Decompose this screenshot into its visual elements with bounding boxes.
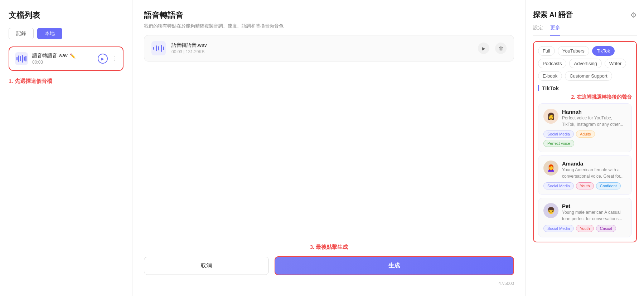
tag-social-media-pet: Social Media: [543, 225, 574, 232]
bottom-actions: 取消 生成: [144, 256, 514, 275]
audio-card[interactable]: 語音轉語音.wav ✏️ 00:03 ▶ ⋮: [9, 46, 124, 71]
audio-duration: 00:03: [32, 60, 93, 65]
voice-info-pet: Pet Young male american A casual tone pe…: [562, 203, 626, 222]
voice-card-top-amanda: 👩‍🦰 Amanda Young American female with a …: [543, 161, 626, 179]
audio-file-meta: 00:03 | 131.29KB: [171, 49, 472, 54]
audio-file-name: 語音轉語音.wav: [171, 42, 472, 49]
avatar-hannah: 👩: [543, 109, 558, 124]
filter-full[interactable]: Full: [538, 46, 555, 56]
audio-wave-icon: [15, 52, 28, 65]
voice-name-pet: Pet: [562, 203, 626, 209]
generate-button[interactable]: 生成: [275, 256, 514, 275]
voice-tags-hannah: Social Media Adults Perfect voice: [543, 130, 626, 147]
file-play-button[interactable]: ▶: [478, 43, 489, 54]
more-button[interactable]: ⋮: [111, 55, 117, 62]
tag-adults-hannah: Adults: [576, 130, 595, 138]
right-panel-title: 探索 AI 語音: [533, 10, 573, 20]
filter-customer[interactable]: Customer Support: [565, 71, 612, 81]
right-panel: 探索 AI 語音 ⚙ 設定 更多 Full YouTubers TikTok P…: [526, 0, 644, 296]
avatar-pet: 👦: [543, 203, 558, 218]
filter-youtubers[interactable]: YouTubers: [558, 46, 589, 56]
tag-confident-amanda: Confident: [596, 182, 621, 189]
step3-hint: 3. 最後點擊生成: [144, 244, 514, 251]
middle-panel: 語音轉語音 我們的獨有特點在於能夠精確複製音調、速度、語調和替換音頻音色 語音轉…: [132, 0, 526, 296]
tag-social-media-amanda: Social Media: [543, 182, 574, 189]
voice-card-hannah[interactable]: 👩 Hannah Perfect voice for YouTube, TikT…: [538, 103, 632, 152]
filter-group: Full YouTubers TikTok Podcasts Advertisi…: [533, 41, 637, 242]
voice-card-top-hannah: 👩 Hannah Perfect voice for YouTube, TikT…: [543, 109, 626, 128]
voice-tags-amanda: Social Media Youth Confident: [543, 182, 626, 189]
cancel-button[interactable]: 取消: [144, 257, 269, 275]
voice-desc-amanda: Young American female with a conversatio…: [562, 167, 626, 179]
tab-settings[interactable]: 設定: [533, 25, 543, 33]
audio-info: 語音轉語音.wav ✏️ 00:03: [32, 53, 93, 65]
voice-name-amanda: Amanda: [562, 161, 626, 167]
audio-file-row: 語音轉語音.wav 00:03 | 131.29KB ▶ 🗑: [144, 35, 514, 61]
audio-file-info: 語音轉語音.wav 00:03 | 131.29KB: [171, 42, 472, 54]
left-tab-group: 記錄 本地: [9, 28, 124, 39]
tag-casual-pet: Casual: [596, 225, 616, 232]
left-panel: 文檔列表 記錄 本地 語音轉語音.wav ✏️ 00:03 ▶ ⋮: [0, 0, 132, 296]
audio-file-icon: [151, 41, 166, 55]
voice-info-hannah: Hannah Perfect voice for YouTube, TikTok…: [562, 109, 626, 128]
voice-desc-pet: Young male american A casual tone perfec…: [562, 209, 626, 222]
step2-hint: 2. 在這裡挑選轉換後的聲音: [538, 94, 632, 100]
filter-podcasts[interactable]: Podcasts: [538, 59, 566, 68]
step1-hint: 1. 先選擇這個音檔: [9, 78, 124, 85]
file-wave-bars: [153, 45, 165, 52]
play-button[interactable]: ▶: [98, 54, 108, 64]
middle-title: 語音轉語音: [144, 10, 514, 21]
char-count: 47/5000: [144, 281, 514, 286]
left-panel-title: 文檔列表: [9, 10, 124, 21]
tag-social-media-hannah: Social Media: [543, 130, 574, 138]
filter-ebook[interactable]: E-book: [538, 71, 562, 81]
avatar-amanda: 👩‍🦰: [543, 161, 558, 176]
filter-writer[interactable]: Writer: [605, 59, 626, 68]
tab-more[interactable]: 更多: [550, 25, 560, 36]
filter-tiktok[interactable]: TikTok: [592, 46, 615, 56]
file-actions: ▶ 🗑: [478, 43, 507, 54]
right-tabs: 設定 更多: [533, 25, 637, 36]
audio-controls: ▶ ⋮: [98, 54, 117, 64]
wave-bars: [16, 55, 26, 63]
tag-perfect-hannah: Perfect voice: [543, 140, 574, 147]
tag-youth-pet: Youth: [576, 225, 594, 232]
voice-info-amanda: Amanda Young American female with a conv…: [562, 161, 626, 179]
file-delete-button[interactable]: 🗑: [495, 43, 507, 54]
voice-tags-pet: Social Media Youth Casual: [543, 225, 626, 232]
right-header: 探索 AI 語音 ⚙: [533, 10, 637, 20]
settings-icon[interactable]: ⚙: [630, 11, 637, 19]
audio-name: 語音轉語音.wav ✏️: [32, 53, 93, 59]
middle-desc: 我們的獨有特點在於能夠精確複製音調、速度、語調和替換音頻音色: [144, 23, 514, 29]
edit-icon[interactable]: ✏️: [70, 53, 76, 59]
tag-youth-amanda: Youth: [576, 182, 594, 189]
filter-advertising[interactable]: Advertising: [569, 59, 601, 68]
section-label: TikTok: [538, 85, 559, 91]
voice-desc-hannah: Perfect voice for YouTube, TikTok, Insta…: [562, 115, 626, 128]
voice-card-top-pet: 👦 Pet Young male american A casual tone …: [543, 203, 626, 222]
tab-records[interactable]: 記錄: [9, 28, 34, 39]
tab-local[interactable]: 本地: [37, 28, 62, 39]
voice-card-amanda[interactable]: 👩‍🦰 Amanda Young American female with a …: [538, 155, 632, 195]
voice-card-pet[interactable]: 👦 Pet Young male american A casual tone …: [538, 198, 632, 237]
voice-name-hannah: Hannah: [562, 109, 626, 115]
